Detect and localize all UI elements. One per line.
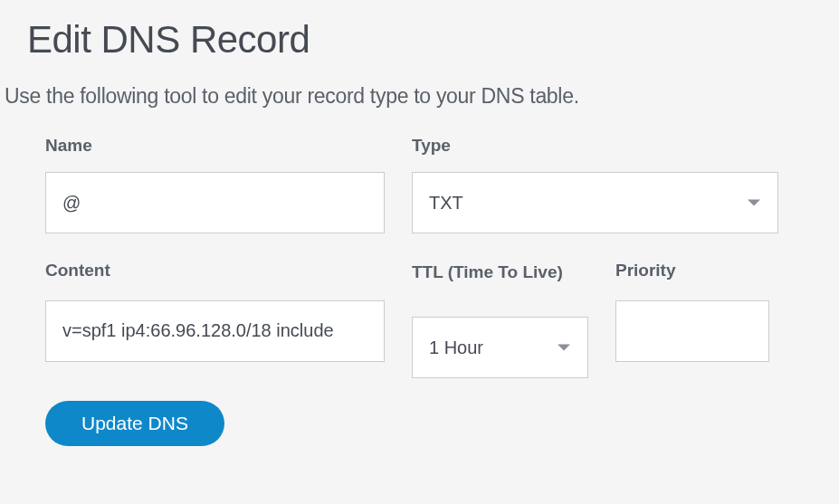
priority-group xyxy=(615,300,769,362)
type-select[interactable]: TXT xyxy=(412,172,778,233)
name-input[interactable] xyxy=(45,172,385,233)
page-title: Edit DNS Record xyxy=(27,18,812,62)
priority-label: Priority xyxy=(615,261,769,284)
ttl-group: 1 Hour xyxy=(412,317,588,378)
page-description: Use the following tool to edit your reco… xyxy=(5,84,812,109)
ttl-select[interactable]: 1 Hour xyxy=(412,317,588,378)
dns-form: Name Type TXT Content TTL (Time To Live)… xyxy=(27,136,812,446)
type-select-wrapper: TXT xyxy=(412,172,778,233)
content-label: Content xyxy=(45,261,385,284)
ttl-label: TTL (Time To Live) xyxy=(412,261,588,284)
content-input[interactable] xyxy=(45,300,385,362)
priority-input[interactable] xyxy=(615,300,769,362)
name-group: Name xyxy=(45,136,385,233)
update-dns-button[interactable]: Update DNS xyxy=(45,401,224,446)
name-label: Name xyxy=(45,136,385,156)
content-group xyxy=(45,300,385,362)
row2: Content TTL (Time To Live) Priority 1 Ho… xyxy=(45,261,812,378)
type-label: Type xyxy=(412,136,778,156)
type-group: Type TXT xyxy=(412,136,778,233)
